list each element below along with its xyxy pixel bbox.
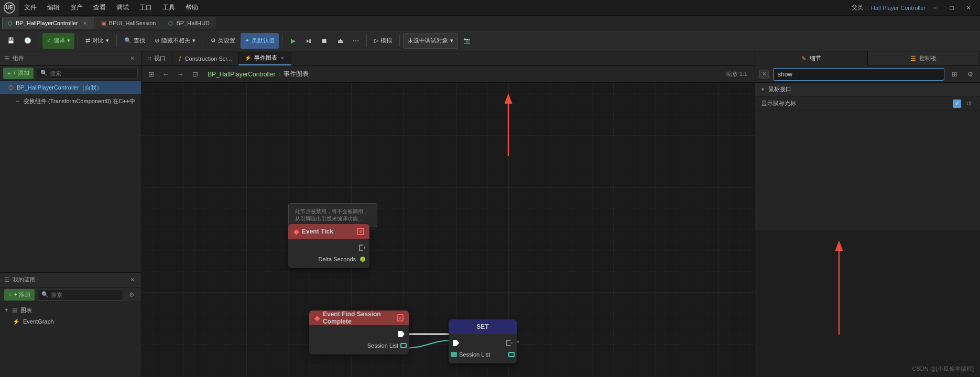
menu-tools[interactable]: 工具 <box>157 0 180 16</box>
construction-script-tab[interactable]: ƒ Construction Scr... <box>172 52 238 65</box>
minimize-btn[interactable]: − <box>928 3 942 13</box>
menu-window[interactable]: 工口 <box>134 0 157 16</box>
component-item-transform[interactable]: ↔ 变换组件 (TransformComponent0) 在C++中 <box>0 94 141 108</box>
menu-edit[interactable]: 编辑 <box>42 0 65 16</box>
detail-view-toggle-btn[interactable]: ⊞ <box>949 69 960 80</box>
event-graph-tab-close[interactable]: ✕ <box>280 56 285 61</box>
delta-seconds-row: Delta Seconds <box>288 253 369 265</box>
detail-settings-btn[interactable]: ⚙ <box>964 69 976 80</box>
camera-btn[interactable]: 📷 <box>459 33 475 49</box>
detail-tab-label: 细节 <box>810 54 821 62</box>
exec-out-pin[interactable] <box>359 245 365 251</box>
set-exec-in-pin[interactable] <box>453 340 459 346</box>
menu-asset[interactable]: 资产 <box>65 0 88 16</box>
set-exec-out-pin[interactable] <box>506 340 513 346</box>
exec-out-filled-pin[interactable] <box>398 331 405 337</box>
set-session-list-in-label: Session List <box>459 351 490 358</box>
left-panel: ☰ 组件 ✕ + + 添加 🔍 ⬡ BP_HallPlayerControlle… <box>0 51 141 377</box>
diff-dropdown-icon: ▾ <box>106 37 109 44</box>
event-graph-tab-label: 事件图表 <box>254 54 277 62</box>
eject-btn[interactable]: ⏏ <box>333 34 347 48</box>
maximize-btn[interactable]: □ <box>944 3 959 13</box>
simulate-btn[interactable]: ▷ 模拟 <box>370 33 396 49</box>
detail-search-input[interactable] <box>773 68 944 81</box>
control-tab[interactable]: ☰ 控制板 <box>868 51 981 66</box>
bp-eventgraph-item[interactable]: ⚡ EventGraph <box>0 316 141 327</box>
show-cursor-checkbox[interactable]: ✓ <box>953 99 961 108</box>
more-play-btn[interactable]: ⋯ <box>349 34 363 48</box>
diff-btn[interactable]: ⇄ 对比 ▾ <box>81 33 113 49</box>
menu-file[interactable]: 文件 <box>19 0 42 16</box>
add-label: + 添加 <box>13 69 29 77</box>
graph-hide-btn[interactable]: ⊡ <box>189 68 201 81</box>
hide-dropdown-icon: ▾ <box>192 37 195 44</box>
toolbar: 💾 🕐 ✓ 编译 ▾ ⇄ 对比 ▾ 🔍 查找 ⊘ 隐藏不相关 ▾ ⚙ 类设置 ✦… <box>0 30 980 51</box>
add-component-btn[interactable]: + + 添加 <box>3 68 34 79</box>
component-search-box[interactable]: 🔍 <box>37 68 138 79</box>
menu-help[interactable]: 帮助 <box>180 0 203 16</box>
add-blueprint-btn[interactable]: + + 添加 <box>4 289 35 301</box>
set-session-list-in-pin[interactable] <box>451 352 457 357</box>
detail-content: ▼ 鼠标接口 显示鼠标光标 ✓ ↺ <box>755 83 980 230</box>
menu-view[interactable]: 查看 <box>88 0 111 16</box>
detail-clear-btn[interactable]: ✕ <box>759 70 769 79</box>
bp-graphs-item[interactable]: ▼ ▤ 图表 <box>0 304 141 316</box>
component-search-input[interactable] <box>50 70 134 76</box>
debug-target-dropdown[interactable]: 未选中调试对象 ▾ <box>403 33 458 49</box>
tab-label-1: BPUI_HallSession <box>109 20 156 26</box>
tab-bp-hall-player[interactable]: ⬡ BP_HallPlayerController ✕ <box>2 17 94 29</box>
event-tick-node[interactable]: ◆ Event Tick ⊘ Delta Seconds <box>288 224 369 268</box>
find-btn[interactable]: 🔍 查找 <box>120 33 149 49</box>
graph-home-btn[interactable]: ⊞ <box>145 68 157 81</box>
menu-debug[interactable]: 调试 <box>111 0 134 16</box>
component-item-self[interactable]: ⬡ BP_HallPlayerController（自我） <box>0 81 141 94</box>
history-btn[interactable]: 🕐 <box>20 33 36 49</box>
graph-area[interactable]: 此节点被禁用，将不会被调用，从引脚连出引线来编译功能... ◆ Event Ti… <box>141 83 755 377</box>
set-session-list-out-pin[interactable] <box>508 352 515 357</box>
detail-tab[interactable]: ✎ 细节 <box>755 51 868 66</box>
graph-back-btn[interactable]: ← <box>159 68 172 81</box>
construction-tab-icon: ƒ <box>179 56 182 61</box>
tab-icon-1: ▣ <box>101 20 106 26</box>
tab-bp-hall-hud[interactable]: ⬡ BP_HallHUD <box>162 17 215 29</box>
bp-settings-gear[interactable]: ⚙ <box>126 290 137 300</box>
components-header-left: ☰ 组件 <box>4 54 24 62</box>
breadcrumb-separator: › <box>278 71 280 78</box>
class-defaults-label: 类默认值 <box>252 37 275 45</box>
hide-label: 隐藏不相关 <box>161 37 190 45</box>
hide-unrelated-btn[interactable]: ⊘ 隐藏不相关 ▾ <box>150 33 200 49</box>
my-blueprints-close[interactable]: ✕ <box>127 275 137 285</box>
event-find-session-body: Session List <box>309 325 409 354</box>
bp-search-input[interactable] <box>51 292 119 298</box>
class-settings-btn[interactable]: ⚙ 类设置 <box>206 33 239 49</box>
resume-btn[interactable]: ⏯ <box>301 34 316 48</box>
component-panel-icon: ☰ <box>4 55 9 62</box>
compile-btn[interactable]: ✓ 编译 ▾ <box>42 33 74 49</box>
set-node[interactable]: SET Session List <box>449 319 517 363</box>
save-btn[interactable]: 💾 <box>3 33 19 49</box>
graph-forward-btn[interactable]: → <box>174 68 187 81</box>
close-btn[interactable]: × <box>961 3 976 13</box>
components-panel-close[interactable]: ✕ <box>127 54 137 63</box>
red-arrow-annotation <box>493 93 524 161</box>
delta-seconds-pin[interactable] <box>360 257 365 262</box>
stop-btn[interactable]: ⏹ <box>317 34 332 48</box>
mouse-interface-section[interactable]: ▼ 鼠标接口 <box>755 83 980 96</box>
breadcrumb-root[interactable]: BP_HallPlayerController <box>208 71 275 78</box>
my-blueprints-header: ☰ 我的蓝图 ✕ <box>0 273 141 287</box>
tab-close-0[interactable]: ✕ <box>81 19 89 27</box>
components-title: 组件 <box>13 54 24 62</box>
bp-search-box[interactable]: 🔍 <box>38 289 123 301</box>
event-find-session-node[interactable]: ◆ Event Find Session Complete ⊘ Ses <box>309 311 409 354</box>
play-btn[interactable]: ▶ <box>286 34 300 48</box>
show-cursor-value: ✓ ↺ <box>829 99 974 108</box>
session-list-out-pin[interactable] <box>400 343 407 348</box>
parent-class-link[interactable]: Hall Player Controller <box>871 5 925 11</box>
tab-bpui-hall-session[interactable]: ▣ BPUI_HallSession <box>95 17 162 29</box>
eventgraph-label: EventGraph <box>23 318 54 325</box>
class-defaults-btn[interactable]: ✦ 类默认值 <box>241 33 279 49</box>
viewport-tab[interactable]: □ 视口 <box>141 52 172 65</box>
show-cursor-reset-btn[interactable]: ↺ <box>964 99 974 108</box>
right-panel-tabs: ✎ 细节 ☰ 控制板 <box>755 51 980 66</box>
event-graph-tab[interactable]: ⚡ 事件图表 ✕ <box>238 52 291 65</box>
